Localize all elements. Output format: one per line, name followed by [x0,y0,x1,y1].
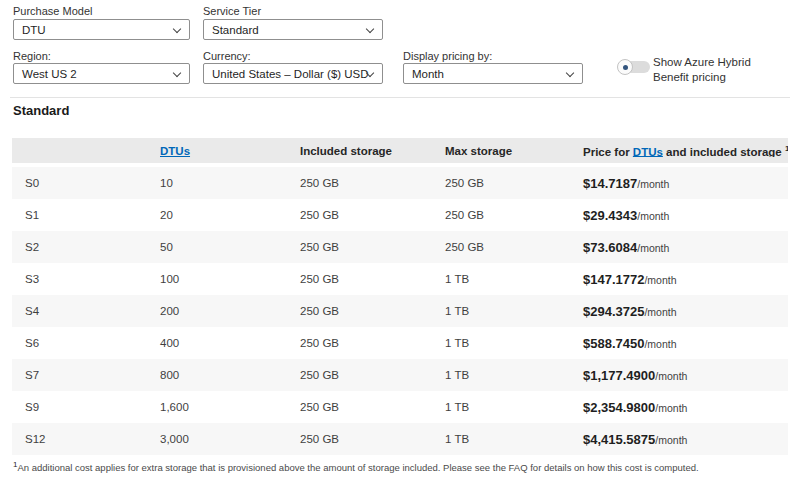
price-unit: /month [637,210,669,222]
pricing-table: DTUs Included storage Max storage Price … [12,138,788,455]
price-cell: $588.7450/month [570,336,788,351]
tier-cell: S6 [12,337,147,349]
table-row: S7 800 250 GB 1 TB $1,177.4900/month [12,359,788,391]
display-pricing-by-select[interactable]: Month [403,63,583,84]
price-cell: $147.1772/month [570,272,788,287]
table-row: S1 20 250 GB 250 GB $29.4343/month [12,199,788,231]
dtus-header-link[interactable]: DTUs [160,145,190,157]
chevron-down-icon [366,25,374,33]
currency-label: Currency: [203,50,251,62]
toggle-knob-icon [617,59,633,75]
table-row: S2 50 250 GB 250 GB $73.6084/month [12,231,788,263]
service-tier-value: Standard [212,24,259,36]
display-pricing-by-label: Display pricing by: [403,50,492,62]
table-row: S6 400 250 GB 1 TB $588.7450/month [12,327,788,359]
price-cell: $294.3725/month [570,304,788,319]
price-cell: $4,415.5875/month [570,432,788,447]
header-price: Price for DTUs and included storage 1 [570,144,788,158]
price-unit: /month [637,178,669,190]
included-storage-cell: 250 GB [287,401,432,413]
max-storage-cell: 1 TB [432,305,570,317]
tier-cell: S7 [12,369,147,381]
price-cell: $2,354.9800/month [570,400,788,415]
included-storage-cell: 250 GB [287,209,432,221]
display-pricing-by-value: Month [412,68,444,80]
included-storage-cell: 250 GB [287,273,432,285]
price-amount: $1,177.4900 [583,368,655,383]
price-amount: $294.3725 [583,304,644,319]
dtus-price-header-link[interactable]: DTUs [633,145,663,157]
hybrid-benefit-label: Show Azure Hybrid Benefit pricing [653,55,783,85]
purchase-model-value: DTU [22,24,46,36]
currency-value: United States – Dollar ($) USD [212,68,369,80]
region-label: Region: [13,50,51,62]
price-cell: $73.6084/month [570,240,788,255]
region-select[interactable]: West US 2 [13,63,190,84]
dtus-cell: 3,000 [147,433,287,445]
price-unit: /month [655,402,687,414]
table-row: S4 200 250 GB 1 TB $294.3725/month [12,295,788,327]
service-tier-select[interactable]: Standard [203,19,383,40]
chevron-down-icon [173,69,181,77]
max-storage-cell: 250 GB [432,177,570,189]
table-row: S12 3,000 250 GB 1 TB $4,415.5875/month [12,423,788,455]
included-storage-cell: 250 GB [287,305,432,317]
max-storage-cell: 1 TB [432,433,570,445]
price-cell: $29.4343/month [570,208,788,223]
price-unit: /month [644,274,676,286]
purchase-model-label: Purchase Model [13,5,93,17]
purchase-model-select[interactable]: DTU [13,19,190,40]
price-amount: $4,415.5875 [583,432,655,447]
dtus-cell: 400 [147,337,287,349]
header-included-storage: Included storage [287,145,432,157]
price-amount: $147.1772 [583,272,644,287]
toggle-dot-icon [623,65,628,70]
price-cell: $1,177.4900/month [570,368,788,383]
included-storage-cell: 250 GB [287,241,432,253]
dtus-cell: 20 [147,209,287,221]
header-price-suffix: and included storage [663,145,785,157]
hybrid-benefit-toggle[interactable] [617,59,651,75]
price-cell: $14.7187/month [570,176,788,191]
price-amount: $29.4343 [583,208,637,223]
tier-cell: S1 [12,209,147,221]
currency-select[interactable]: United States – Dollar ($) USD [203,63,383,84]
max-storage-cell: 1 TB [432,369,570,381]
section-title: Standard [13,103,69,118]
dtus-cell: 100 [147,273,287,285]
table-header-row: DTUs Included storage Max storage Price … [12,138,788,163]
price-amount: $14.7187 [583,176,637,191]
price-unit: /month [655,370,687,382]
included-storage-cell: 250 GB [287,369,432,381]
max-storage-cell: 250 GB [432,209,570,221]
max-storage-cell: 250 GB [432,241,570,253]
dtus-cell: 50 [147,241,287,253]
price-amount: $2,354.9800 [583,400,655,415]
tier-cell: S4 [12,305,147,317]
header-price-prefix: Price for [583,145,633,157]
tier-cell: S12 [12,433,147,445]
included-storage-cell: 250 GB [287,337,432,349]
tier-cell: S3 [12,273,147,285]
service-tier-label: Service Tier [203,5,261,17]
tier-cell: S2 [12,241,147,253]
chevron-down-icon [566,69,574,77]
price-amount: $588.7450 [583,336,644,351]
price-amount: $73.6084 [583,240,637,255]
dtus-cell: 1,600 [147,401,287,413]
header-max-storage: Max storage [432,145,570,157]
price-unit: /month [644,306,676,318]
table-row: S3 100 250 GB 1 TB $147.1772/month [12,263,788,295]
region-value: West US 2 [22,68,77,80]
price-unit: /month [655,434,687,446]
dtus-cell: 800 [147,369,287,381]
max-storage-cell: 1 TB [432,401,570,413]
tier-cell: S9 [12,401,147,413]
dtus-cell: 10 [147,177,287,189]
chevron-down-icon [173,25,181,33]
header-footnote-marker: 1 [785,144,788,153]
max-storage-cell: 1 TB [432,273,570,285]
footnote-text: An additional cost applies for extra sto… [17,462,698,473]
table-row: S0 10 250 GB 250 GB $14.7187/month [12,167,788,199]
price-unit: /month [644,338,676,350]
